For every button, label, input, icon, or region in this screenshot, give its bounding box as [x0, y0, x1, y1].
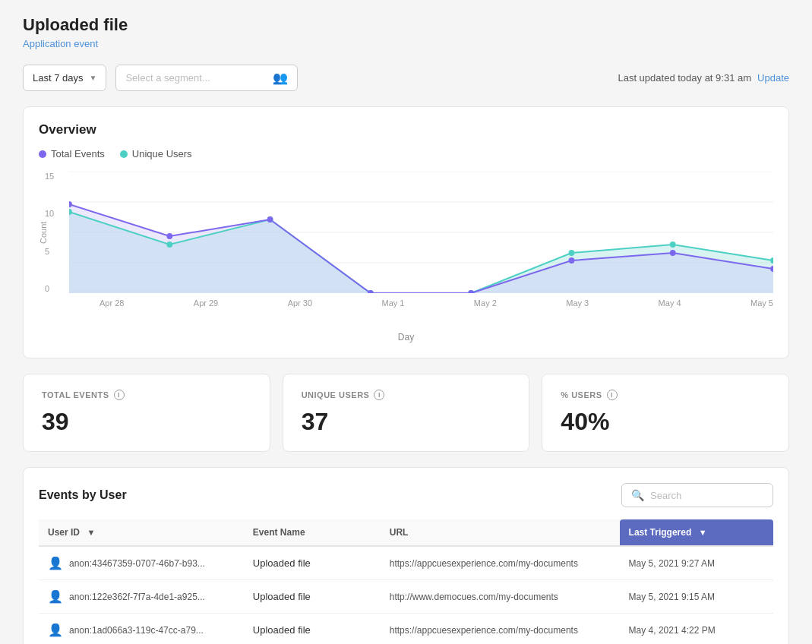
sort-active-icon: ▼: [699, 528, 707, 537]
events-table: User ID ▼ Event Name URL Last Triggered …: [39, 519, 773, 644]
user-avatar-icon: 👤: [48, 556, 63, 570]
toolbar: Last 7 days ▼ Select a segment... 👥 Last…: [23, 65, 789, 91]
page-header: Uploaded file Application event: [23, 15, 789, 49]
col-header-user-id[interactable]: User ID ▼: [39, 519, 244, 546]
cell-url-1: http://www.democues.com/my-documents: [381, 580, 620, 614]
cell-url-0: https://appcuesexperience.com/my-documen…: [381, 546, 620, 580]
search-input[interactable]: [650, 490, 763, 501]
y-axis-ticks: 15 10 5 0: [45, 172, 54, 293]
cell-date-1: May 5, 2021 9:15 AM: [620, 580, 773, 614]
stats-row: TOTAL EVENTS i 39 UNIQUE USERS i 37 % US…: [23, 374, 789, 452]
toolbar-left: Last 7 days ▼ Select a segment... 👥: [23, 65, 298, 91]
user-avatar-icon: 👤: [48, 589, 63, 604]
x-axis-labels: Apr 28 Apr 29 Apr 30 May 1 May 2 May 3 M…: [69, 295, 773, 308]
chart-dot: [166, 233, 172, 239]
stat-unique-users: UNIQUE USERS i 37: [283, 374, 530, 452]
segment-selector[interactable]: Select a segment... 👥: [115, 65, 298, 91]
unique-users-dot: [120, 150, 128, 158]
legend-unique-users: Unique Users: [120, 148, 192, 159]
stat-pct-users-value: 40%: [561, 408, 770, 436]
cell-event-name-1: Uploaded file: [244, 580, 381, 614]
chart-legend: Total Events Unique Users: [39, 148, 773, 159]
x-axis-title: Day: [39, 332, 773, 343]
page-subtitle: Application event: [23, 38, 789, 49]
chevron-down-icon: ▼: [90, 74, 97, 82]
chart-dot: [166, 242, 172, 248]
toolbar-right: Last updated today at 9:31 am Update: [618, 72, 789, 84]
date-range-label: Last 7 days: [33, 72, 84, 84]
cell-user-id-1: 👤 anon:122e362f-7f7a-4de1-a925...: [39, 580, 244, 614]
page-title: Uploaded file: [23, 15, 789, 35]
table-row: 👤 anon:43467359-0707-46b7-b93... Uploade…: [39, 546, 773, 580]
chart-svg: [69, 172, 773, 293]
total-events-dot: [39, 150, 46, 158]
chart-dot: [670, 250, 676, 256]
cell-user-id-0: 👤 anon:43467359-0707-46b7-b93...: [39, 546, 244, 580]
info-icon[interactable]: i: [607, 390, 618, 400]
legend-total-events: Total Events: [39, 148, 105, 159]
events-section: Events by User 🔍 User ID ▼ Event Name: [23, 467, 789, 644]
overview-title: Overview: [39, 122, 773, 137]
stat-pct-users: % USERS i 40%: [542, 374, 789, 452]
chart-dot: [569, 257, 575, 264]
legend-unique-label: Unique Users: [132, 148, 192, 159]
table-row: 👤 anon:122e362f-7f7a-4de1-a925... Upload…: [39, 580, 773, 614]
stat-total-events-value: 39: [42, 408, 251, 436]
events-header: Events by User 🔍: [39, 483, 773, 507]
chart-dot: [368, 290, 374, 293]
cell-user-id-2: 👤 anon:1ad066a3-119c-47cc-a79...: [39, 614, 244, 645]
users-icon: 👥: [273, 71, 288, 85]
legend-total-label: Total Events: [51, 148, 105, 159]
col-header-url: URL: [381, 519, 620, 546]
info-icon[interactable]: i: [374, 390, 384, 400]
stat-pct-users-label: % USERS: [561, 390, 602, 399]
chart-dot: [468, 290, 474, 293]
events-title: Events by User: [39, 488, 127, 502]
cell-event-name-2: Uploaded file: [244, 614, 381, 645]
overview-card: Overview Total Events Unique Users Count…: [23, 106, 789, 358]
segment-placeholder: Select a segment...: [125, 72, 210, 84]
col-header-last-triggered[interactable]: Last Triggered ▼: [620, 519, 773, 546]
table-header-row: User ID ▼ Event Name URL Last Triggered …: [39, 519, 773, 546]
search-box[interactable]: 🔍: [621, 483, 773, 507]
chart-dot: [670, 242, 676, 248]
update-button[interactable]: Update: [757, 72, 789, 84]
last-updated-text: Last updated today at 9:31 am: [618, 72, 751, 84]
stat-total-events-label: TOTAL EVENTS: [42, 390, 109, 399]
stat-unique-users-value: 37: [302, 408, 511, 436]
sort-icon: ▼: [87, 528, 95, 537]
col-header-event-name: Event Name: [244, 519, 381, 546]
date-range-dropdown[interactable]: Last 7 days ▼: [23, 65, 106, 91]
info-icon[interactable]: i: [114, 390, 125, 400]
chart-dot: [267, 216, 273, 223]
stat-total-events: TOTAL EVENTS i 39: [23, 374, 270, 452]
table-row: 👤 anon:1ad066a3-119c-47cc-a79... Uploade…: [39, 614, 773, 645]
cell-event-name-0: Uploaded file: [244, 546, 381, 580]
search-icon: 🔍: [631, 489, 644, 501]
cell-date-2: May 4, 2021 4:22 PM: [620, 614, 773, 645]
cell-date-0: May 5, 2021 9:27 AM: [620, 546, 773, 580]
stat-unique-users-label: UNIQUE USERS: [302, 390, 370, 399]
cell-url-2: https://appcuesexperience.com/my-documen…: [381, 614, 620, 645]
chart-container: Count 15 10 5 0: [39, 172, 773, 326]
chart-dot: [569, 250, 575, 256]
user-avatar-icon: 👤: [48, 623, 63, 637]
